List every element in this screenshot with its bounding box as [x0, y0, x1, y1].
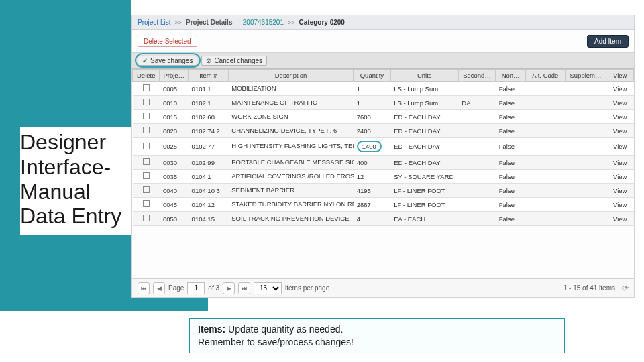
cell-units: ED - EACH DAY — [390, 138, 458, 156]
view-link[interactable]: View — [606, 184, 634, 198]
cell-item-number[interactable]: 0102 1 — [189, 96, 229, 110]
pager-first-button[interactable]: ⏮ — [138, 282, 150, 294]
cell-item-number[interactable]: 0102 74 2 — [189, 124, 229, 138]
cancel-changes-button[interactable]: ⊘ Cancel changes — [201, 56, 267, 66]
cell-non: False — [496, 198, 526, 212]
row-checkbox[interactable] — [143, 158, 150, 165]
cell-item-number[interactable]: 0104 10 3 — [189, 184, 229, 198]
cell-description: MOBILIZATION — [228, 82, 353, 96]
col-view[interactable]: View — [606, 70, 634, 82]
row-checkbox[interactable] — [143, 200, 150, 207]
col-proj[interactable]: Proje… — [160, 70, 189, 82]
pager-next-button[interactable]: ▶ — [223, 282, 235, 294]
table-row: 00400104 10 3SEDIMENT BARRIER4195LF - LI… — [133, 184, 634, 198]
cell-non: False — [496, 156, 526, 170]
cell-alt — [526, 82, 566, 96]
row-checkbox[interactable] — [143, 84, 150, 91]
cell-item-number[interactable]: 0101 1 — [189, 82, 229, 96]
col-supp[interactable]: Supplem… — [565, 70, 606, 82]
col-delete[interactable]: Delete — [133, 70, 160, 82]
pager-pagesize-label: items per page — [285, 284, 329, 292]
row-checkbox[interactable] — [143, 113, 150, 119]
view-link[interactable]: View — [606, 96, 634, 110]
breadcrumb-sep-icon: >> — [174, 19, 182, 26]
view-link[interactable]: View — [606, 110, 634, 124]
pager-pagesize-select[interactable]: 15 — [254, 282, 282, 294]
quantity-highlight: 1400 — [357, 141, 382, 152]
breadcrumb-project-details[interactable]: Project Details — [186, 19, 232, 26]
cell-proj: 0030 — [160, 156, 189, 170]
delete-selected-button[interactable]: Delete Selected — [138, 36, 197, 47]
callout-line1: Update quantity as needed. — [225, 324, 343, 335]
cell-quantity[interactable]: 1 — [354, 96, 390, 110]
cell-quantity[interactable]: 400 — [354, 156, 390, 170]
cell-quantity[interactable]: 7600 — [354, 110, 390, 124]
view-link[interactable]: View — [606, 212, 634, 226]
table-row: 00050101 1MOBILIZATION1LS - Lump SumFals… — [133, 82, 634, 96]
col-second[interactable]: Second… — [458, 70, 495, 82]
cell-proj: 0035 — [160, 170, 189, 184]
col-alt[interactable]: Alt. Code — [526, 70, 566, 82]
cell-alt — [526, 96, 566, 110]
table-row: 00300102 99PORTABLE CHANGEABLE MESSAGE S… — [133, 156, 634, 170]
view-link[interactable]: View — [606, 198, 634, 212]
table-row: 00350104 1ARTIFICIAL COVERINGS /ROLLED E… — [133, 170, 634, 184]
table-row: 00100102 1MAINTENANCE OF TRAFFIC1LS - Lu… — [133, 96, 634, 110]
cell-quantity[interactable]: 1400 — [354, 138, 390, 156]
cell-description: WORK ZONE SIGN — [228, 110, 353, 124]
cell-alt — [526, 110, 566, 124]
cell-non: False — [496, 82, 526, 96]
cell-units: SY - SQUARE YARD — [390, 170, 458, 184]
view-link[interactable]: View — [606, 156, 634, 170]
cell-alt — [526, 124, 566, 138]
pager-page-label: Page — [168, 284, 184, 292]
save-changes-button[interactable]: ✓ Save changes — [138, 56, 197, 66]
row-checkbox[interactable] — [143, 127, 150, 133]
view-link[interactable]: View — [606, 82, 634, 96]
row-checkbox[interactable] — [143, 99, 150, 105]
cell-second — [458, 184, 495, 198]
cell-item-number[interactable]: 0104 12 — [189, 198, 229, 212]
table-row: 00500104 15SOIL TRACKING PREVENTION DEVI… — [133, 212, 634, 226]
cell-second — [458, 198, 495, 212]
pager-page-input[interactable] — [187, 282, 205, 294]
cell-supplem — [565, 124, 606, 138]
cell-item-number[interactable]: 0104 15 — [189, 212, 229, 226]
cell-item-number[interactable]: 0102 77 — [189, 138, 229, 156]
col-item[interactable]: Item # — [189, 70, 229, 82]
col-qty[interactable]: Quantity — [354, 70, 390, 82]
cell-item-number[interactable]: 0102 99 — [189, 156, 229, 170]
cell-quantity[interactable]: 4195 — [354, 184, 390, 198]
cell-description: PORTABLE CHANGEABLE MESSAGE SIGN, TEMPOR… — [228, 156, 353, 170]
cell-quantity[interactable]: 1 — [354, 82, 390, 96]
view-link[interactable]: View — [606, 138, 634, 156]
pager-last-button[interactable]: ⏭ — [238, 282, 250, 294]
cell-supplem — [565, 212, 606, 226]
row-checkbox[interactable] — [143, 186, 150, 193]
row-checkbox[interactable] — [143, 143, 150, 149]
col-non[interactable]: Non… — [496, 70, 526, 82]
breadcrumb-project-list[interactable]: Project List — [138, 19, 170, 26]
cell-quantity[interactable]: 2887 — [354, 198, 390, 212]
refresh-icon[interactable]: ⟳ — [622, 284, 629, 293]
cell-quantity[interactable]: 4 — [354, 212, 390, 226]
row-checkbox[interactable] — [143, 172, 150, 179]
pager: ⏮ ◀ Page of 3 ▶ ⏭ 15 items per page 1 - … — [132, 278, 634, 297]
cell-quantity[interactable]: 2400 — [354, 124, 390, 138]
row-checkbox[interactable] — [143, 215, 150, 221]
cell-item-number[interactable]: 0104 1 — [189, 170, 229, 184]
view-link[interactable]: View — [606, 124, 634, 138]
cell-supplem — [565, 138, 606, 156]
save-bar: ✓ Save changes ⊘ Cancel changes — [132, 53, 634, 69]
cell-units: ED - EACH DAY — [390, 110, 458, 124]
col-desc[interactable]: Description — [228, 70, 353, 82]
cell-description: HIGH INTENSITY FLASHING LIGHTS, TEMP, TY… — [228, 138, 353, 156]
cell-alt — [526, 156, 566, 170]
col-units[interactable]: Units — [390, 70, 458, 82]
view-link[interactable]: View — [606, 170, 634, 184]
cell-item-number[interactable]: 0102 60 — [189, 110, 229, 124]
pager-prev-button[interactable]: ◀ — [153, 282, 165, 294]
cell-quantity[interactable]: 12 — [354, 170, 390, 184]
cell-description: ARTIFICIAL COVERINGS /ROLLED EROSION CON… — [228, 170, 353, 184]
add-item-button[interactable]: Add Item — [587, 35, 629, 48]
